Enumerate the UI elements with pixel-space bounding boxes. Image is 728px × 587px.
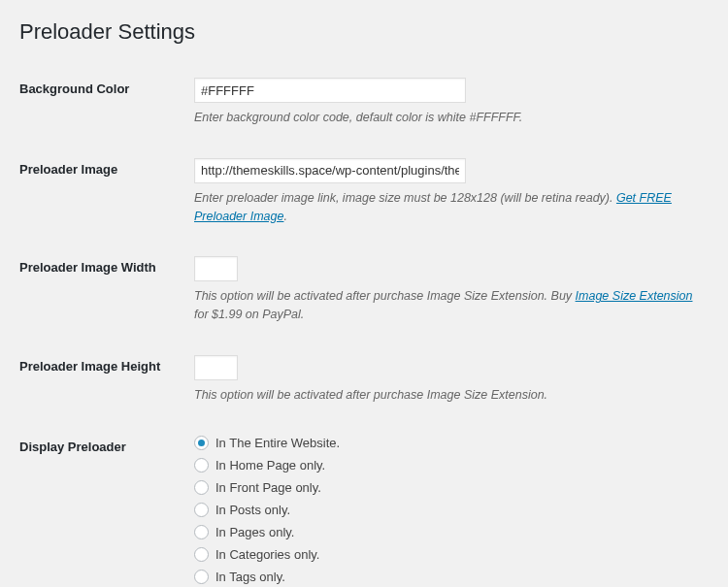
preloader-image-width-input[interactable] xyxy=(194,256,238,281)
display-preloader-label-entire: In The Entire Website. xyxy=(215,436,340,450)
display-preloader-radio-home[interactable] xyxy=(194,458,209,473)
display-preloader-option-pages[interactable]: In Pages only. xyxy=(194,525,709,539)
preloader-image-width-label: Preloader Image Width xyxy=(19,243,194,342)
display-preloader-option-tags[interactable]: In Tags only. xyxy=(194,570,709,584)
display-preloader-option-categories[interactable]: In Categories only. xyxy=(194,547,709,562)
display-preloader-option-posts[interactable]: In Posts only. xyxy=(194,503,709,517)
preloader-image-height-description: This option will be activated after purc… xyxy=(194,386,709,405)
preloader-image-desc-pre: Enter preloader image link, image size m… xyxy=(194,191,616,205)
background-color-input[interactable] xyxy=(194,78,466,103)
page-title: Preloader Settings xyxy=(19,19,709,45)
display-preloader-radio-categories[interactable] xyxy=(194,547,209,562)
display-preloader-radio-tags[interactable] xyxy=(194,570,209,584)
preloader-image-height-input[interactable] xyxy=(194,355,238,380)
preloader-image-input[interactable] xyxy=(194,158,466,183)
display-preloader-option-front[interactable]: In Front Page only. xyxy=(194,480,709,495)
display-preloader-option-entire[interactable]: In The Entire Website. xyxy=(194,436,709,450)
display-preloader-radio-front[interactable] xyxy=(194,480,209,495)
display-preloader-label-categories: In Categories only. xyxy=(215,547,319,562)
display-preloader-label-home: In Home Page only. xyxy=(215,458,325,473)
preloader-image-width-desc-pre: This option will be activated after purc… xyxy=(194,289,576,303)
display-preloader-radio-posts[interactable] xyxy=(194,503,209,517)
display-preloader-fieldset: In The Entire Website. In Home Page only… xyxy=(194,436,709,588)
display-preloader-label-front: In Front Page only. xyxy=(215,480,321,495)
preloader-image-label: Preloader Image xyxy=(19,145,194,244)
preloader-image-desc-post: . xyxy=(283,210,286,223)
preloader-image-description: Enter preloader image link, image size m… xyxy=(194,189,709,226)
background-color-label: Background Color xyxy=(19,64,194,145)
display-preloader-label: Display Preloader xyxy=(19,422,194,588)
display-preloader-radio-entire[interactable] xyxy=(194,436,209,450)
image-size-extension-link[interactable]: Image Size Extension xyxy=(576,289,693,303)
display-preloader-label-posts: In Posts only. xyxy=(215,503,290,517)
preloader-image-height-label: Preloader Image Height xyxy=(19,342,194,422)
display-preloader-radio-pages[interactable] xyxy=(194,525,209,539)
preloader-image-width-description: This option will be activated after purc… xyxy=(194,287,709,324)
preloader-image-width-desc-post: for $1.99 on PayPal. xyxy=(194,308,304,321)
display-preloader-label-tags: In Tags only. xyxy=(215,570,285,584)
display-preloader-label-pages: In Pages only. xyxy=(215,525,294,539)
settings-table: Background Color Enter background color … xyxy=(19,64,709,587)
background-color-description: Enter background color code, default col… xyxy=(194,109,709,127)
display-preloader-option-home[interactable]: In Home Page only. xyxy=(194,458,709,473)
